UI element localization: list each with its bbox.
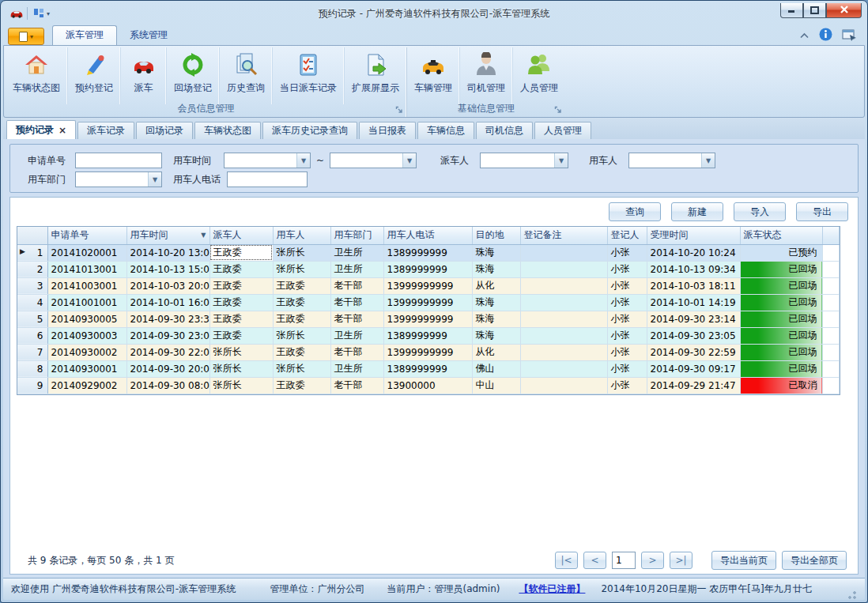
col-request-no[interactable]: 申请单号: [47, 227, 126, 244]
license-registered-link[interactable]: 【软件已注册】: [519, 582, 585, 596]
table-cell[interactable]: 张所长: [273, 327, 330, 344]
table-cell[interactable]: 2014-09-30 23:14: [647, 311, 740, 327]
table-cell[interactable]: 2014-10-01 16:00: [126, 294, 209, 311]
table-cell[interactable]: 珠海: [472, 261, 520, 277]
feedback-window-icon[interactable]: [842, 28, 857, 43]
table-cell[interactable]: 张所长: [209, 344, 273, 360]
table-cell[interactable]: 20141001001: [47, 294, 126, 311]
history-query-button[interactable]: 历史查询: [219, 47, 272, 104]
dispatcher-combo[interactable]: ▼: [480, 153, 568, 168]
ribbon-tab-system[interactable]: 系统管理: [117, 26, 180, 45]
table-cell[interactable]: 张所长: [273, 261, 330, 277]
col-register-note[interactable]: 登记备注: [520, 227, 607, 244]
table-cell[interactable]: 20140930005: [47, 311, 126, 327]
minimize-button[interactable]: [780, 3, 803, 18]
table-cell[interactable]: 2014-10-03 20:00: [126, 277, 209, 294]
status-cell[interactable]: 已预约: [740, 244, 822, 261]
table-cell[interactable]: 2014-09-30 23:30: [126, 311, 209, 327]
chevron-down-icon[interactable]: ▼: [402, 153, 416, 168]
table-cell[interactable]: 1389999999: [383, 244, 472, 261]
app-menu-button[interactable]: ▾: [8, 28, 44, 45]
status-cell[interactable]: 已回场: [740, 344, 822, 360]
chevron-down-icon[interactable]: ▼: [554, 153, 568, 168]
table-cell[interactable]: 王政委: [209, 294, 273, 311]
col-dispatch-status[interactable]: 派车状态: [740, 227, 822, 244]
table-row[interactable]: ▶1201410200012014-10-20 13:00王政委张所长卫生所13…: [17, 244, 840, 261]
table-cell[interactable]: 1389999999: [383, 261, 472, 277]
table-cell[interactable]: 13999999999: [383, 294, 472, 311]
col-dispatcher[interactable]: 派车人: [209, 227, 273, 244]
table-cell[interactable]: 王政委: [273, 344, 330, 360]
vehicle-manage-button[interactable]: 车辆管理: [407, 47, 459, 104]
table-row[interactable]: 8201409300012014-09-30 20:00张所长张所长卫生所138…: [17, 360, 840, 377]
table-cell[interactable]: 2014-09-30 22:00: [126, 344, 209, 360]
table-cell[interactable]: 小张: [607, 311, 647, 327]
department-combo[interactable]: ▼: [75, 171, 162, 187]
dialog-launcher-icon[interactable]: [395, 106, 404, 115]
doc-tab-daily-report[interactable]: 当日报表: [359, 122, 416, 139]
table-cell[interactable]: 小张: [607, 360, 647, 377]
passenger-combo[interactable]: ▼: [628, 153, 715, 168]
table-cell[interactable]: [520, 261, 607, 277]
table-row[interactable]: 5201409300052014-09-30 23:30王政委王政委老干部139…: [17, 311, 840, 327]
daily-dispatch-record-button[interactable]: 当日派车记录: [272, 47, 344, 104]
status-cell[interactable]: 已取消: [740, 377, 822, 394]
table-cell[interactable]: 2014-09-30 20:00: [126, 360, 209, 377]
table-cell[interactable]: 王政委: [209, 311, 273, 327]
reservation-register-button[interactable]: 预约登记: [67, 47, 120, 104]
table-cell[interactable]: 老干部: [330, 277, 383, 294]
table-cell[interactable]: 小张: [607, 277, 647, 294]
table-cell[interactable]: 王政委: [209, 244, 273, 261]
doc-tab-reservation-records[interactable]: 预约记录×: [6, 120, 76, 139]
doc-tab-people-manage[interactable]: 人员管理: [534, 122, 591, 139]
table-cell[interactable]: 20141003001: [47, 277, 126, 294]
status-cell[interactable]: 已回场: [740, 360, 822, 377]
table-cell[interactable]: [520, 277, 607, 294]
layout-grid-icon[interactable]: [33, 8, 44, 19]
col-passenger[interactable]: 用车人: [273, 227, 330, 244]
col-destination[interactable]: 目的地: [472, 227, 520, 244]
return-register-button[interactable]: 回场登记: [166, 47, 219, 104]
row-indicator[interactable]: 2: [17, 261, 47, 277]
table-cell[interactable]: 小张: [607, 261, 647, 277]
table-cell[interactable]: 老干部: [330, 294, 383, 311]
row-indicator[interactable]: ▶1: [17, 244, 47, 261]
status-cell[interactable]: 已回场: [740, 311, 822, 327]
indicator-column-header[interactable]: [17, 227, 47, 244]
status-cell[interactable]: 已回场: [740, 294, 822, 311]
table-cell[interactable]: 2014-09-29 21:47: [647, 377, 740, 394]
table-cell[interactable]: 张所长: [273, 360, 330, 377]
table-cell[interactable]: 1389999999: [383, 327, 472, 344]
create-button[interactable]: 新建: [671, 202, 723, 221]
table-cell[interactable]: 王政委: [273, 277, 330, 294]
table-cell[interactable]: 20140930003: [47, 327, 126, 344]
export-current-page-button[interactable]: 导出当前页: [711, 551, 776, 570]
table-cell[interactable]: 王政委: [209, 261, 273, 277]
table-cell[interactable]: 20140930001: [47, 360, 126, 377]
table-row[interactable]: 4201410010012014-10-01 16:00王政委王政委老干部139…: [17, 294, 840, 311]
table-cell[interactable]: 从化: [472, 344, 520, 360]
table-cell[interactable]: 2014-09-30 23:00: [126, 327, 209, 344]
table-cell[interactable]: 王政委: [273, 377, 330, 394]
prev-page-button[interactable]: <: [583, 552, 606, 569]
status-cell[interactable]: 已回场: [740, 327, 822, 344]
table-cell[interactable]: 2014-10-13 15:00: [126, 261, 209, 277]
extend-screen-button[interactable]: 扩展屏显示: [344, 47, 406, 104]
table-cell[interactable]: 珠海: [472, 294, 520, 311]
table-cell[interactable]: 2014-09-30 08:00: [126, 377, 209, 394]
table-cell[interactable]: 中山: [472, 377, 520, 394]
collapse-ribbon-icon[interactable]: [799, 30, 810, 41]
query-button[interactable]: 查询: [609, 202, 661, 221]
table-row[interactable]: 6201409300032014-09-30 23:00王政委张所长卫生所138…: [17, 327, 840, 344]
col-use-time[interactable]: 用车时间▼: [126, 227, 209, 244]
dispatch-button[interactable]: 派车: [120, 47, 166, 104]
table-cell[interactable]: 13999999999: [383, 344, 472, 360]
table-cell[interactable]: 2014-09-30 23:05: [647, 327, 740, 344]
table-cell[interactable]: 1389999999: [383, 360, 472, 377]
row-indicator[interactable]: 6: [17, 327, 47, 344]
table-cell[interactable]: [520, 327, 607, 344]
row-indicator[interactable]: 4: [17, 294, 47, 311]
table-cell[interactable]: 20141020001: [47, 244, 126, 261]
people-manage-button[interactable]: 人员管理: [512, 47, 565, 104]
table-cell[interactable]: 2014-10-20 13:00: [126, 244, 209, 261]
